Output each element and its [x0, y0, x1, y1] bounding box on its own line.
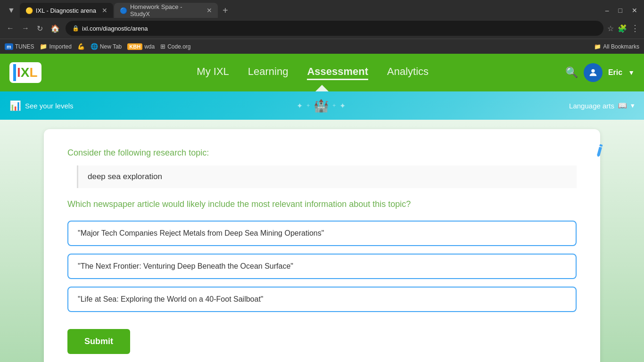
- subject-icon: 📖: [618, 101, 627, 110]
- bookmark-newtab-icon: 🌐: [91, 43, 98, 50]
- url-bar[interactable]: 🔒 ixl.com/diagnostic/arena: [66, 21, 603, 36]
- tab-studyx[interactable]: 🔵 Homework Space - StudyX ✕: [114, 3, 218, 18]
- nav-right: 🔍 Eric ▼: [565, 63, 635, 82]
- answer-text-3: "Life at Sea: Exploring the World on a 4…: [78, 295, 264, 304]
- tab-close-ixl[interactable]: ✕: [102, 7, 107, 14]
- nav-my-ixl[interactable]: My IXL: [197, 66, 229, 80]
- nav-indicator: [315, 85, 329, 91]
- new-tab-button[interactable]: +: [219, 3, 232, 18]
- url-text: ixl.com/diagnostic/arena: [82, 25, 148, 32]
- bookmark-newtab[interactable]: 🌐 New Tab: [91, 43, 122, 50]
- answer-option-2[interactable]: "The Next Frontier: Venturing Deep Benea…: [67, 254, 577, 279]
- bookmark-codeorg-label: Code.org: [167, 43, 190, 50]
- reload-button[interactable]: ↻: [35, 22, 45, 35]
- logo-l: L: [29, 65, 37, 80]
- svg-point-0: [591, 69, 594, 73]
- research-topic: deep sea exploration: [77, 165, 577, 188]
- bookmark-codeorg[interactable]: ⊞ Code.org: [160, 43, 190, 50]
- close-button[interactable]: ✕: [629, 6, 640, 15]
- nav-analytics[interactable]: Analytics: [387, 66, 429, 80]
- user-avatar[interactable]: [584, 63, 603, 82]
- bookmarks-bar: m TUNES 📁 Imported 💪 🌐 New Tab KBH wda ⊞…: [0, 39, 644, 54]
- back-button[interactable]: ←: [5, 22, 16, 34]
- search-button[interactable]: 🔍: [565, 66, 578, 79]
- question-card: Consider the following research topic: d…: [44, 129, 600, 362]
- ixl-logo[interactable]: I X L: [9, 62, 41, 83]
- diagnostic-banner: 📊 See your levels ✦ + 🏰 + ✦ Language art…: [0, 91, 644, 120]
- bookmark-muscles[interactable]: 💪: [77, 43, 85, 50]
- browser-chrome: ▼ 🟡 IXL - Diagnostic arena ✕ 🔵 Homework …: [0, 0, 644, 54]
- bookmark-imported[interactable]: 📁 Imported: [40, 43, 71, 50]
- see-levels-label: See your levels: [25, 102, 74, 110]
- banner-center: ✦ + 🏰 + ✦: [74, 99, 570, 113]
- nav-links: My IXL Learning Assessment Analytics: [60, 66, 565, 80]
- bookmark-codeorg-icon: ⊞: [160, 43, 165, 50]
- tab-close-studyx[interactable]: ✕: [206, 7, 212, 14]
- bookmark-imported-label: Imported: [49, 43, 71, 50]
- sparkle-right: ✦: [339, 101, 346, 110]
- main-content: Consider the following research topic: d…: [0, 120, 644, 362]
- bookmark-imported-icon: 📁: [40, 43, 47, 50]
- address-bar: ← → ↻ 🏠 🔒 ixl.com/diagnostic/arena ☆ 🧩 ⋮: [0, 18, 644, 39]
- bookmark-wda-icon: KBH: [127, 43, 142, 50]
- user-name[interactable]: Eric: [608, 68, 622, 77]
- sparkle-left2: +: [306, 102, 310, 109]
- submit-button[interactable]: Submit: [67, 329, 130, 354]
- extensions-button[interactable]: 🧩: [618, 24, 627, 33]
- bookmark-button[interactable]: ☆: [607, 24, 614, 33]
- minimize-button[interactable]: –: [603, 6, 612, 15]
- question-text: Which newspaper article would likely inc…: [67, 199, 577, 209]
- castle-icon: 🏰: [314, 99, 329, 113]
- sparkle-right2: +: [332, 102, 336, 109]
- tab-favicon-ixl: 🟡: [25, 7, 33, 14]
- question-prompt: Consider the following research topic:: [67, 148, 577, 158]
- bookmark-wda-label: wda: [144, 43, 155, 50]
- bookmark-tunes-label: TUNES: [15, 43, 34, 50]
- browser-menu-button[interactable]: ⋮: [631, 23, 639, 33]
- ixl-navigation: I X L My IXL Learning Assessment Analyti…: [0, 54, 644, 91]
- user-menu-arrow[interactable]: ▼: [628, 69, 635, 76]
- bookmark-wda[interactable]: KBH wda: [127, 43, 155, 50]
- logo-x: X: [21, 65, 30, 80]
- all-bookmarks-icon: 📁: [594, 43, 601, 50]
- maximize-button[interactable]: □: [616, 6, 625, 15]
- logo-i: I: [17, 65, 21, 80]
- tab-label-ixl: IXL - Diagnostic arena: [36, 7, 96, 14]
- tab-label-studyx: Homework Space - StudyX: [130, 3, 201, 17]
- nav-assessment[interactable]: Assessment: [307, 66, 368, 80]
- bookmark-tunes[interactable]: m TUNES: [5, 43, 34, 50]
- answer-text-2: "The Next Frontier: Venturing Deep Benea…: [78, 262, 293, 271]
- subject-label: Language arts: [569, 102, 614, 110]
- answer-option-3[interactable]: "Life at Sea: Exploring the World on a 4…: [67, 287, 577, 312]
- tab-overflow-button[interactable]: ▼: [4, 4, 19, 16]
- tab-favicon-studyx: 🔵: [120, 7, 127, 14]
- bookmark-muscles-icon: 💪: [77, 43, 85, 50]
- all-bookmarks-label: All Bookmarks: [603, 43, 639, 50]
- answer-text-1: "Major Tech Companies Reject Metals from…: [78, 229, 324, 238]
- see-levels-button[interactable]: 📊 See your levels: [9, 100, 74, 111]
- tab-bar: ▼ 🟡 IXL - Diagnostic arena ✕ 🔵 Homework …: [0, 0, 644, 18]
- home-button[interactable]: 🏠: [49, 22, 62, 35]
- bookmark-tunes-icon: m: [5, 43, 13, 50]
- pencil-icon: [591, 141, 611, 162]
- nav-learning[interactable]: Learning: [248, 66, 289, 80]
- window-controls: – □ ✕: [603, 6, 640, 15]
- forward-button[interactable]: →: [20, 22, 31, 34]
- levels-icon: 📊: [9, 100, 21, 111]
- sparkle-left: ✦: [297, 101, 303, 110]
- tab-ixl[interactable]: 🟡 IXL - Diagnostic arena ✕: [20, 3, 113, 18]
- subject-selector[interactable]: Language arts 📖 ▾: [569, 101, 635, 110]
- all-bookmarks[interactable]: 📁 All Bookmarks: [594, 43, 639, 50]
- bookmark-newtab-label: New Tab: [100, 43, 122, 50]
- answer-option-1[interactable]: "Major Tech Companies Reject Metals from…: [67, 221, 577, 246]
- subject-chevron: ▾: [631, 101, 635, 110]
